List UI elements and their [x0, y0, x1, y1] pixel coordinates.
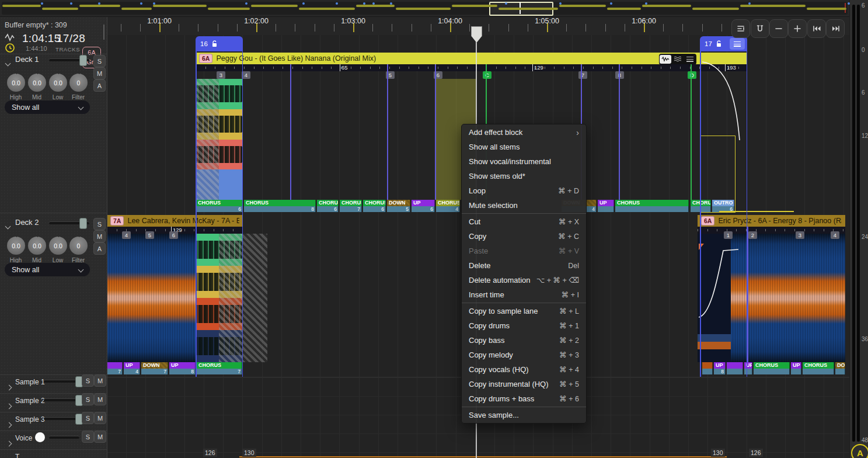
section-label-up[interactable]: UP: [598, 200, 614, 206]
auto-scroll-button[interactable]: [731, 19, 750, 38]
voice-collapse-chevron[interactable]: [7, 438, 11, 448]
voice-solo-button[interactable]: S: [82, 431, 94, 443]
sidebar-scrollbar[interactable]: [103, 25, 104, 40]
section-number-badge[interactable]: 6: [169, 231, 178, 239]
tempo-value-label[interactable]: 130: [242, 449, 256, 457]
section-energy-value[interactable]: 7: [107, 369, 123, 374]
section-energy-value[interactable]: [727, 369, 743, 374]
stem-lane-melody[interactable]: [196, 298, 242, 330]
overview-segment[interactable]: [2, 5, 41, 7]
voice-volume-slider[interactable]: [49, 436, 79, 439]
zoom-out-button[interactable]: [769, 19, 788, 38]
skip-forward-button[interactable]: [826, 19, 845, 38]
section-energy-value[interactable]: [615, 206, 689, 212]
menu-item-copy-drums[interactable]: Copy drums⌘ + 1: [462, 318, 586, 333]
deck2-knob-mid[interactable]: 0.0: [28, 237, 46, 255]
sample-collapse-chevron[interactable]: [7, 400, 11, 411]
deck1-stems-dropdown[interactable]: Show all: [5, 100, 90, 114]
section-label-down[interactable]: DOWN: [141, 362, 168, 369]
section-energy-value[interactable]: [803, 369, 834, 374]
section-label-chorus[interactable]: CHORUS: [436, 200, 460, 206]
deck2-stems-dropdown[interactable]: Show all: [5, 263, 90, 276]
overview-segment[interactable]: [499, 8, 558, 10]
section-energy-value[interactable]: 7: [340, 206, 362, 212]
tempo-value-label[interactable]: 126: [749, 449, 763, 457]
section-label-up[interactable]: UP: [124, 362, 140, 369]
section-label-up[interactable]: UP: [744, 362, 752, 369]
section-label-chorus[interactable]: CHORUS: [244, 200, 316, 206]
section-label-up[interactable]: UP: [791, 362, 801, 369]
stem-lane-drums[interactable]: [196, 234, 242, 266]
deck1-collapse-chevron[interactable]: [6, 57, 10, 68]
section-label-unnamed[interactable]: [727, 362, 743, 369]
menu-item-save-sample[interactable]: Save sample...: [462, 408, 586, 422]
section-energy-value[interactable]: [754, 369, 790, 374]
section-label-up[interactable]: UP: [169, 362, 196, 369]
voice-mute-button[interactable]: M: [94, 431, 106, 443]
deck2-collapse-chevron[interactable]: [6, 220, 10, 231]
deck2-s-button[interactable]: S: [93, 218, 106, 230]
section-number-badge[interactable]: 8: [615, 71, 624, 79]
overview-segment[interactable]: [807, 8, 846, 10]
overview-segment[interactable]: [251, 5, 298, 7]
overview-segment[interactable]: [642, 5, 691, 7]
section-number-badge[interactable]: 7: [578, 71, 587, 79]
section-number-badge[interactable]: 4: [122, 231, 131, 239]
arrangement-block-17[interactable]: 17: [700, 36, 747, 51]
section-label-chorus[interactable]: CHORUS: [317, 200, 339, 206]
section-label-up[interactable]: UP: [714, 362, 726, 369]
zoom-in-button[interactable]: [788, 19, 807, 38]
section-energy-value[interactable]: [702, 369, 713, 374]
menu-item-insert-time[interactable]: Insert time⌘ + I: [462, 287, 586, 302]
fade-out-automation-curve[interactable]: [700, 58, 747, 143]
sample-solo-button[interactable]: S: [82, 412, 94, 424]
menu-item-loop[interactable]: Loop⌘ + D: [462, 183, 586, 198]
sample-mute-button[interactable]: M: [94, 374, 106, 387]
overview-segment[interactable]: [42, 8, 78, 10]
section-energy-value[interactable]: [598, 206, 614, 212]
section-energy-value[interactable]: 8: [714, 369, 726, 374]
deck1-volume-slider[interactable]: [49, 58, 89, 61]
stems-view-button[interactable]: [672, 55, 684, 64]
section-energy-value[interactable]: 7: [141, 369, 168, 374]
app-logo[interactable]: A: [851, 444, 868, 458]
menu-item-show-all-stems[interactable]: Show all stems: [462, 140, 586, 154]
menu-item-copy[interactable]: Copy⌘ + C: [462, 229, 586, 244]
stem-lane-melody[interactable]: [196, 140, 242, 170]
deck1-knob-filter[interactable]: 0: [69, 74, 88, 92]
section-number-badge[interactable]: 1: [724, 231, 733, 239]
deck2-knob-high[interactable]: 0.0: [7, 237, 25, 255]
section-label-dow[interactable]: DOW: [835, 362, 845, 369]
tempo-automation-line[interactable]: [239, 456, 727, 457]
section-number-badge[interactable]: 4: [242, 71, 250, 79]
section-energy-value[interactable]: [835, 369, 845, 374]
sample-volume-slider[interactable]: [44, 417, 80, 420]
menu-item-show-stems-old[interactable]: Show stems old*: [462, 169, 586, 183]
track-title-bar[interactable]: 6APeggy Gou - (It Goes Like) Nanana (Ori…: [196, 53, 747, 64]
stem-lane-bass[interactable]: [196, 266, 242, 298]
sample-solo-button[interactable]: S: [82, 374, 94, 387]
overview-segment[interactable]: [79, 5, 120, 7]
deck1-a-button[interactable]: A: [93, 79, 106, 92]
section-label-down[interactable]: DOWN: [387, 200, 410, 206]
section-energy-value[interactable]: 6: [363, 206, 386, 212]
overview-segment[interactable]: [396, 8, 451, 10]
sample-volume-slider[interactable]: [44, 398, 80, 401]
sample-mute-button[interactable]: M: [94, 412, 106, 424]
cue-marker-C[interactable]: C: [483, 71, 491, 79]
deck1-knob-high[interactable]: 0.0: [7, 74, 25, 92]
section-label-chorus[interactable]: CHORUS: [754, 362, 790, 369]
block-menu-button[interactable]: [730, 38, 745, 50]
track-clip-lee-cabrera[interactable]: 7ALee Cabrera, Kevin McKay - 7A - Ene129…: [107, 215, 267, 377]
deck1-s-button[interactable]: S: [93, 55, 106, 67]
section-label-chorus[interactable]: CHORUS: [197, 362, 242, 369]
section-energy-value[interactable]: 6: [317, 206, 339, 212]
section-energy-value[interactable]: 6: [412, 206, 435, 212]
waveform[interactable]: [107, 234, 196, 362]
sample-collapse-chevron[interactable]: [7, 381, 11, 392]
tempo-value-label[interactable]: 126: [203, 449, 217, 457]
overview-segment[interactable]: [740, 5, 806, 7]
menu-item-add-effect-block[interactable]: Add effect block›: [462, 125, 586, 140]
stem-lane-drums[interactable]: [196, 79, 242, 109]
sample-solo-button[interactable]: S: [82, 393, 94, 405]
